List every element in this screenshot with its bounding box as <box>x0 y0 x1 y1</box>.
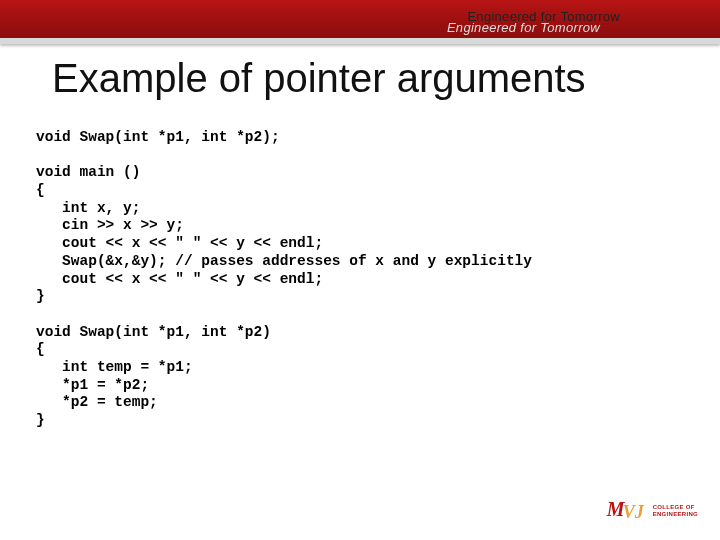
code-line: void main () <box>36 164 140 180</box>
code-line: Swap(&x,&y); // passes addresses of x an… <box>36 253 532 269</box>
logo-mark-icon: M VJ <box>607 498 647 524</box>
code-line: { <box>36 341 45 357</box>
tagline: Engineered for Tomorrow <box>467 9 620 24</box>
logo-text-line: College of <box>653 504 698 511</box>
code-line: cout << x << " " << y << endl; <box>36 271 323 287</box>
code-line: } <box>36 288 45 304</box>
code-block: void Swap(int *p1, int *p2); void main (… <box>36 129 700 430</box>
code-line: *p1 = *p2; <box>36 377 149 393</box>
code-line: { <box>36 182 45 198</box>
code-line: *p2 = temp; <box>36 394 158 410</box>
logo-letter-vj: VJ <box>623 502 644 523</box>
code-line: void Swap(int *p1, int *p2) <box>36 324 271 340</box>
logo-text-line: Engineering <box>653 511 698 518</box>
code-line: cout << x << " " << y << endl; <box>36 235 323 251</box>
code-line: void Swap(int *p1, int *p2); <box>36 129 280 145</box>
code-line: } <box>36 412 45 428</box>
code-line: int x, y; <box>36 200 140 216</box>
logo-text: College of Engineering <box>653 504 698 517</box>
code-line: int temp = *p1; <box>36 359 193 375</box>
code-line: cin >> x >> y; <box>36 217 184 233</box>
slide-title: Example of pointer arguments <box>52 56 720 101</box>
footer-logo: M VJ College of Engineering <box>607 498 698 524</box>
